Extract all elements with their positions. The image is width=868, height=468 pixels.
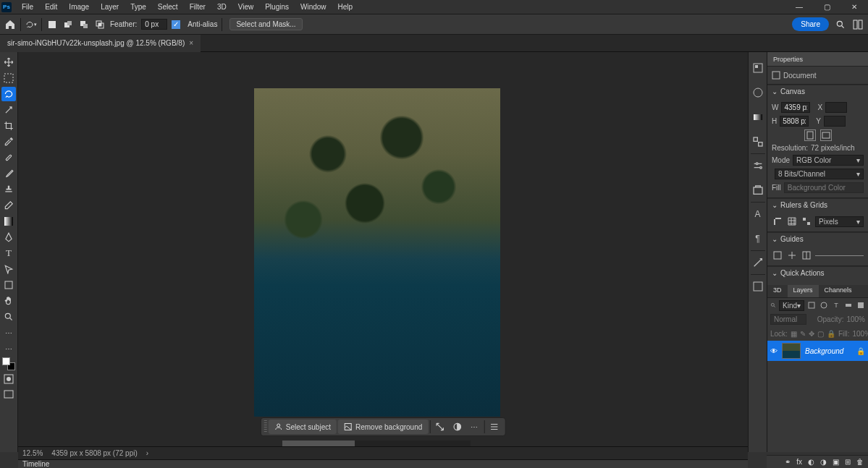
color-panel-icon[interactable] (751, 61, 765, 75)
more-tools-icon[interactable]: ⋯ (1, 326, 16, 340)
height-input[interactable] (780, 116, 809, 127)
intersect-selection-icon[interactable] (94, 19, 106, 30)
remove-background-button[interactable]: Remove background (338, 420, 428, 434)
type-tool[interactable]: T (1, 246, 16, 260)
patterns-panel-icon[interactable] (751, 135, 765, 149)
visibility-icon[interactable]: 👁 (770, 347, 778, 355)
menu-edit[interactable]: Edit (39, 1, 63, 13)
lock-transparent-icon[interactable]: ▦ (791, 328, 797, 339)
quick-actions-header[interactable]: ⌄Quick Actions (767, 266, 868, 279)
filter-adjust-icon[interactable] (819, 299, 829, 311)
status-chevron-icon[interactable]: › (146, 449, 148, 457)
layer-name[interactable]: Background (805, 347, 843, 355)
history-panel-icon[interactable] (751, 279, 765, 294)
home-icon[interactable] (4, 19, 16, 30)
filter-shape-icon[interactable] (843, 299, 853, 311)
foreground-background-colors[interactable] (2, 357, 15, 370)
document-canvas[interactable] (254, 88, 500, 417)
subtract-selection-icon[interactable] (78, 19, 90, 30)
doc-dimensions[interactable]: 4359 px x 5808 px (72 ppi) (51, 449, 137, 457)
close-button[interactable]: ✕ (840, 0, 868, 14)
menu-3d[interactable]: 3D (211, 1, 232, 13)
grip-icon[interactable] (264, 420, 267, 433)
ruler-icon[interactable] (772, 216, 783, 227)
properties-tab[interactable]: Properties (767, 52, 868, 67)
opacity-value[interactable]: 100% (846, 315, 865, 323)
adjustments-icon[interactable] (449, 419, 465, 435)
menu-plugins[interactable]: Plugins (259, 1, 295, 13)
x-input[interactable] (825, 102, 847, 113)
group-icon[interactable]: ▣ (833, 458, 839, 466)
libraries-panel-icon[interactable] (751, 183, 765, 197)
kind-filter[interactable]: Kind▾ (779, 300, 804, 311)
shape-tool[interactable] (1, 278, 16, 292)
swatches-panel-icon[interactable] (751, 85, 765, 100)
adjustment-layer-icon[interactable]: ◑ (820, 458, 827, 466)
landscape-orient-icon[interactable] (820, 129, 832, 141)
edit-toolbar-icon[interactable]: ⋯ (1, 341, 16, 356)
zoom-value[interactable]: 12.5% (22, 449, 43, 457)
mask-icon[interactable]: ◐ (808, 458, 814, 466)
menu-filter[interactable]: Filter (184, 1, 211, 13)
fx-icon[interactable]: fx (796, 458, 802, 466)
crop-tool[interactable] (1, 119, 16, 133)
tab-3d[interactable]: 3D (767, 285, 788, 297)
delete-layer-icon[interactable]: 🗑 (856, 458, 864, 466)
menu-image[interactable]: Image (63, 1, 95, 13)
lock-artboard-icon[interactable]: ▢ (817, 328, 824, 339)
rulers-section-header[interactable]: ⌄Rulers & Grids (767, 198, 868, 211)
portrait-orient-icon[interactable] (804, 129, 816, 141)
y-input[interactable] (824, 116, 846, 127)
lasso-preset-icon[interactable]: ▾ (25, 19, 37, 30)
width-input[interactable] (781, 102, 810, 113)
filter-smart-icon[interactable] (856, 299, 865, 311)
more-actions-icon[interactable]: ⋯ (466, 419, 482, 435)
adjustments-panel-icon[interactable] (751, 158, 765, 173)
tab-channels[interactable]: Channels (819, 285, 858, 297)
screen-mode-icon[interactable] (1, 388, 16, 402)
fill-select[interactable]: Background Color (784, 182, 864, 193)
eraser-tool[interactable] (1, 198, 16, 213)
blend-mode-select[interactable]: Normal (770, 314, 806, 325)
guide-icon-2[interactable] (786, 250, 798, 261)
menu-view[interactable]: View (232, 1, 260, 13)
add-selection-icon[interactable] (62, 19, 74, 30)
filter-type-icon[interactable]: T (832, 299, 841, 311)
lock-position-icon[interactable]: ✥ (809, 328, 814, 339)
wand-tool[interactable] (1, 103, 16, 117)
brush-tool[interactable] (1, 166, 16, 181)
feather-input[interactable] (141, 19, 167, 30)
hand-tool[interactable] (1, 294, 16, 308)
menu-type[interactable]: Type (125, 1, 152, 13)
minimize-button[interactable]: — (785, 0, 813, 14)
gradients-panel-icon[interactable] (751, 110, 765, 124)
bits-select[interactable]: 8 Bits/Channel▾ (775, 169, 864, 179)
menu-select[interactable]: Select (152, 1, 184, 13)
menu-window[interactable]: Window (295, 1, 332, 13)
menu-help[interactable]: Help (332, 1, 359, 13)
link-layers-icon[interactable]: ⚭ (785, 458, 791, 466)
layer-row-background[interactable]: 👁 Background 🔒 (767, 341, 868, 361)
eyedropper-tool[interactable] (1, 135, 16, 149)
grid-icon[interactable] (786, 216, 798, 227)
properties-icon[interactable] (486, 419, 502, 435)
close-tab-icon[interactable]: × (189, 39, 193, 47)
guide-icon-1[interactable] (772, 250, 783, 261)
transform-icon[interactable] (431, 419, 447, 435)
move-tool[interactable] (1, 55, 16, 69)
modify-panel-icon[interactable] (751, 255, 765, 270)
zoom-tool[interactable] (1, 310, 16, 324)
search-icon[interactable] (835, 19, 846, 30)
character-panel-icon[interactable]: A (751, 207, 765, 221)
share-button[interactable]: Share (792, 17, 829, 31)
quick-mask-icon[interactable] (1, 372, 16, 386)
lock-paint-icon[interactable]: ✎ (800, 328, 806, 339)
path-tool[interactable] (1, 262, 16, 276)
new-layer-icon[interactable]: ⊞ (845, 458, 851, 466)
pen-tool[interactable] (1, 230, 16, 244)
horizontal-scrollbar[interactable] (282, 441, 471, 446)
lock-icon[interactable]: 🔒 (856, 347, 865, 355)
heal-tool[interactable] (1, 150, 16, 165)
lock-all-icon[interactable]: 🔒 (827, 328, 835, 339)
menu-file[interactable]: File (16, 1, 39, 13)
